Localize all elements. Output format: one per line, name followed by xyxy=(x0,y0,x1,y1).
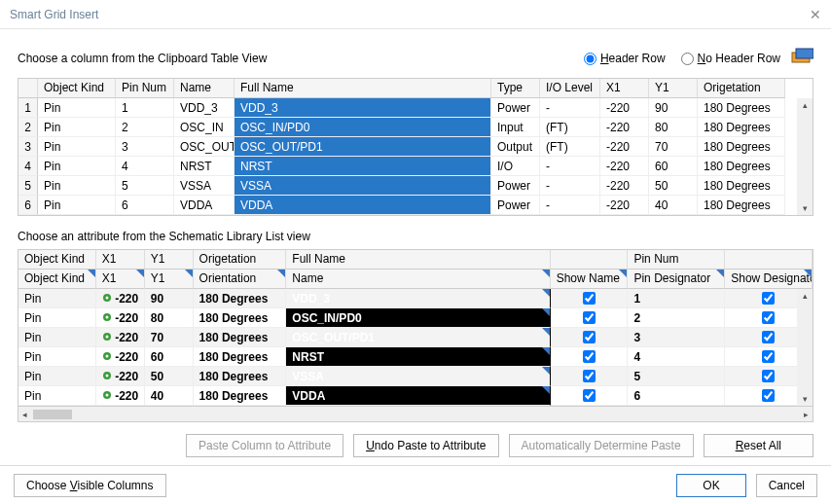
reset-all-button[interactable]: Reset All xyxy=(704,434,813,457)
scroll-down-icon[interactable]: ▾ xyxy=(803,394,808,404)
show-designator-checkbox[interactable] xyxy=(762,350,775,363)
scrollbar-thumb[interactable] xyxy=(33,410,72,419)
schematic-table[interactable]: Object Kind X1 Y1 Origetation Full Name … xyxy=(18,249,813,407)
table-row[interactable]: 5Pin5VSSAVSSAPower--22050180 Degrees xyxy=(18,176,813,196)
header-row-radio[interactable]: Header Row xyxy=(584,52,666,65)
scroll-up-icon[interactable]: ▴ xyxy=(803,291,808,301)
show-designator-checkbox[interactable] xyxy=(762,370,775,382)
window-title: Smart Grid Insert xyxy=(10,8,810,21)
ok-button[interactable]: OK xyxy=(676,474,745,497)
scroll-up-icon[interactable]: ▴ xyxy=(803,100,808,110)
header-row-radio-group: Header Row No Header Row xyxy=(584,52,780,65)
header-row-input[interactable] xyxy=(584,53,596,65)
scroll-right-icon[interactable]: ▸ xyxy=(804,410,809,419)
undo-paste-button[interactable]: Undo Paste to Attribute xyxy=(353,434,498,457)
svg-point-7 xyxy=(105,335,108,338)
show-name-checkbox[interactable] xyxy=(583,292,596,305)
col-orientation[interactable]: Origetation xyxy=(698,79,785,98)
close-icon[interactable]: ✕ xyxy=(810,7,821,22)
col2-pin-num[interactable]: Pin Num xyxy=(628,250,725,270)
svg-rect-1 xyxy=(796,49,813,58)
svg-point-9 xyxy=(105,354,108,357)
col-y1[interactable]: Y1 xyxy=(649,79,698,98)
show-name-checkbox[interactable] xyxy=(583,370,596,382)
col-pin-num[interactable]: Pin Num xyxy=(116,79,174,98)
show-designator-checkbox[interactable] xyxy=(762,292,775,305)
show-name-checkbox[interactable] xyxy=(583,311,596,324)
schematic-prompt: Choose an attribute from the Schematic L… xyxy=(18,230,813,243)
pin-icon xyxy=(102,389,112,403)
col-type[interactable]: Type xyxy=(491,79,540,98)
col2-x1[interactable]: X1 xyxy=(96,250,145,270)
table-row[interactable]: 3Pin3OSC_OUTOSC_OUT/PD1Output(FT)-220701… xyxy=(18,137,813,157)
pin-icon xyxy=(102,292,112,306)
pin-icon xyxy=(102,350,112,364)
table-row[interactable]: 6Pin6VDDAVDDAPower--22040180 Degrees xyxy=(18,196,813,215)
auto-determine-button[interactable]: Automatically Determine Paste xyxy=(509,434,694,457)
table-row[interactable]: Pin -22090180 DegreesVDD_31 xyxy=(18,289,813,308)
titlebar: Smart Grid Insert ✕ xyxy=(0,0,831,29)
table-row[interactable]: Pin -22080180 DegreesOSC_IN/PD02 xyxy=(18,308,813,328)
col-name[interactable]: Name xyxy=(174,79,235,98)
clipboard-prompt: Choose a column from the Clipboard Table… xyxy=(18,52,584,65)
col2-origetation[interactable]: Origetation xyxy=(194,250,287,270)
show-designator-checkbox[interactable] xyxy=(762,389,775,402)
pin-icon xyxy=(102,331,112,344)
vertical-scrollbar[interactable]: ▴▾ xyxy=(797,98,813,215)
table-row[interactable]: 1Pin1VDD_3VDD_3Power--22090180 Degrees xyxy=(18,98,813,118)
show-designator-checkbox[interactable] xyxy=(762,311,775,324)
show-name-checkbox[interactable] xyxy=(583,331,596,343)
table-row[interactable]: Pin -22040180 DegreesVDDA6 xyxy=(18,386,813,406)
table-row[interactable]: Pin -22060180 DegreesNRST4 xyxy=(18,347,813,367)
col2-full-name[interactable]: Full Name xyxy=(286,250,550,270)
paste-column-button[interactable]: Paste Column to Attribute xyxy=(186,434,343,457)
table-row[interactable]: Pin -22070180 DegreesOSC_OUT/PD13 xyxy=(18,328,813,347)
svg-point-13 xyxy=(105,393,108,396)
svg-point-11 xyxy=(105,374,108,377)
show-name-checkbox[interactable] xyxy=(583,389,596,402)
show-name-checkbox[interactable] xyxy=(583,350,596,363)
scroll-down-icon[interactable]: ▾ xyxy=(803,203,808,213)
no-header-row-input[interactable] xyxy=(681,53,694,65)
clipboard-table[interactable]: Object Kind Pin Num Name Full Name Type … xyxy=(18,78,813,216)
table-row[interactable]: 2Pin2OSC_INOSC_IN/PD0Input(FT)-22080180 … xyxy=(18,118,813,137)
col2-object-kind[interactable]: Object Kind xyxy=(18,250,96,270)
table-row[interactable]: 4Pin4NRSTNRSTI/O--22060180 Degrees xyxy=(18,157,813,176)
scroll-left-icon[interactable]: ◂ xyxy=(22,410,27,419)
svg-point-3 xyxy=(105,296,108,299)
col2-y1[interactable]: Y1 xyxy=(145,250,194,270)
cancel-button[interactable]: Cancel xyxy=(756,474,817,497)
col-object-kind[interactable]: Object Kind xyxy=(38,79,116,98)
table-row[interactable]: Pin -22050180 DegreesVSSA5 xyxy=(18,367,813,386)
col-full-name[interactable]: Full Name xyxy=(235,79,491,98)
vertical-scrollbar-2[interactable]: ▴▾ xyxy=(797,289,813,406)
pin-icon xyxy=(102,370,112,383)
show-designator-checkbox[interactable] xyxy=(762,331,775,343)
pin-icon xyxy=(102,311,112,325)
col-x1[interactable]: X1 xyxy=(600,79,649,98)
col-io-level[interactable]: I/O Level xyxy=(540,79,600,98)
no-header-row-radio[interactable]: No Header Row xyxy=(681,52,780,65)
svg-point-5 xyxy=(105,315,108,318)
choose-visible-columns-button[interactable]: Choose Visible Columns xyxy=(14,474,166,497)
settings-icon[interactable] xyxy=(790,47,813,70)
horizontal-scrollbar[interactable]: ◂ ▸ xyxy=(18,407,813,422)
